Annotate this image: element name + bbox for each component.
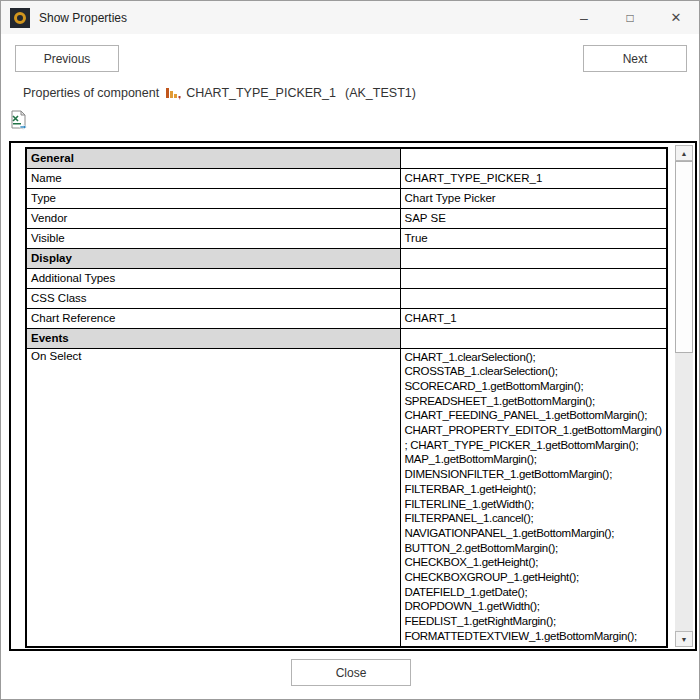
- export-excel-icon[interactable]: [9, 110, 29, 131]
- property-value: CHART_1.clearSelection();CROSSTAB_1.clea…: [400, 348, 667, 647]
- code-line: FILTERPANEL_1.cancel();: [405, 511, 662, 526]
- code-line: CHECKBOXGROUP_1.getHeight();: [405, 570, 662, 585]
- up-arrow-icon: ▲: [681, 150, 688, 157]
- property-row: On SelectCHART_1.clearSelection();CROSST…: [26, 348, 667, 647]
- property-label: Vendor: [26, 208, 400, 228]
- section-header-row: Display: [26, 248, 667, 268]
- code-line: DIMENSIONFILTER_1.getBottomMargin();: [405, 467, 662, 482]
- property-label: On Select: [26, 348, 400, 647]
- maximize-button[interactable]: □: [607, 1, 653, 34]
- previous-button[interactable]: Previous: [15, 45, 119, 72]
- component-name: CHART_TYPE_PICKER_1: [186, 86, 336, 100]
- scroll-up-button[interactable]: ▲: [675, 145, 693, 161]
- property-value: [400, 288, 667, 308]
- property-value: [400, 268, 667, 288]
- code-line: FEEDLIST_1.getRightMargin();: [405, 614, 662, 629]
- close-window-button[interactable]: ✕: [653, 1, 699, 34]
- property-row: CSS Class: [26, 288, 667, 308]
- code-line: CHART_PROPERTY_EDITOR_1.getBottomMargin(…: [405, 423, 662, 438]
- code-line: CROSSTAB_1.clearSelection();: [405, 364, 662, 379]
- code-line: CHART_FEEDING_PANEL_1.getBottomMargin();: [405, 408, 662, 423]
- properties-table: GeneralNameCHART_TYPE_PICKER_1TypeChart …: [25, 147, 668, 648]
- property-value: [400, 248, 667, 268]
- property-label: CSS Class: [26, 288, 400, 308]
- property-label: Type: [26, 188, 400, 208]
- code-line: ; CHART_TYPE_PICKER_1.getBottomMargin();: [405, 438, 662, 453]
- section-title: Events: [26, 328, 400, 348]
- property-value: CHART_1: [400, 308, 667, 328]
- code-line: DROPDOWN_1.getWidth();: [405, 599, 662, 614]
- code-line: BUTTON_2.getBottomMargin();: [405, 541, 662, 556]
- close-button[interactable]: Close: [291, 659, 411, 686]
- code-line: SCORECARD_1.getBottomMargin();: [405, 379, 662, 394]
- code-line: MAP_1.getBottomMargin();: [405, 452, 662, 467]
- gold-ring-icon: [14, 12, 26, 24]
- code-line: CHART_1.clearSelection();: [405, 350, 662, 365]
- section-title: General: [26, 148, 400, 168]
- scroll-down-button[interactable]: ▼: [675, 631, 693, 647]
- property-value: Chart Type Picker: [400, 188, 667, 208]
- property-value: CHART_TYPE_PICKER_1: [400, 168, 667, 188]
- code-line: NAVIGATIONPANEL_1.getBottomMargin();: [405, 526, 662, 541]
- property-row: Additional Types: [26, 268, 667, 288]
- section-header-row: Events: [26, 328, 667, 348]
- title-bar: Show Properties – □ ✕: [1, 1, 699, 34]
- window-controls: – □ ✕: [561, 1, 699, 34]
- property-value: [400, 148, 667, 168]
- property-label: Chart Reference: [26, 308, 400, 328]
- code-line: FORMATTEDTEXTVIEW_1.getBottomMargin();: [405, 629, 662, 644]
- code-line: DATEFIELD_1.getDate();: [405, 585, 662, 600]
- property-row: VisibleTrue: [26, 228, 667, 248]
- property-row: NameCHART_TYPE_PICKER_1: [26, 168, 667, 188]
- window-title: Show Properties: [39, 11, 127, 25]
- component-context: (AK_TEST1): [345, 86, 416, 100]
- bar-chart-icon: [165, 85, 182, 101]
- component-header-prefix: Properties of component: [23, 86, 159, 100]
- property-row: Chart ReferenceCHART_1: [26, 308, 667, 328]
- code-line: FILTERLINE_1.getWidth();: [405, 497, 662, 512]
- minimize-button[interactable]: –: [561, 1, 607, 34]
- property-value: [400, 328, 667, 348]
- property-row: TypeChart Type Picker: [26, 188, 667, 208]
- app-logo-icon: [10, 8, 30, 28]
- component-header: Properties of component CHART_TYPE_PICKE…: [23, 85, 416, 101]
- property-value: True: [400, 228, 667, 248]
- show-properties-window: Show Properties – □ ✕ Previous Next Prop…: [0, 0, 700, 700]
- down-arrow-icon: ▼: [681, 636, 688, 643]
- property-value: SAP SE: [400, 208, 667, 228]
- code-line: FILTERBAR_1.getHeight();: [405, 482, 662, 497]
- property-row: VendorSAP SE: [26, 208, 667, 228]
- property-label: Visible: [26, 228, 400, 248]
- code-line: SPREADSHEET_1.getBottomMargin();: [405, 394, 662, 409]
- section-title: Display: [26, 248, 400, 268]
- scrollbar-thumb[interactable]: [675, 161, 693, 353]
- properties-panel: GeneralNameCHART_TYPE_PICKER_1TypeChart …: [9, 141, 697, 651]
- property-label: Additional Types: [26, 268, 400, 288]
- property-label: Name: [26, 168, 400, 188]
- section-header-row: General: [26, 148, 667, 168]
- code-line: CHECKBOX_1.getHeight();: [405, 555, 662, 570]
- next-button[interactable]: Next: [583, 45, 687, 72]
- vertical-scrollbar[interactable]: ▲ ▼: [675, 145, 693, 647]
